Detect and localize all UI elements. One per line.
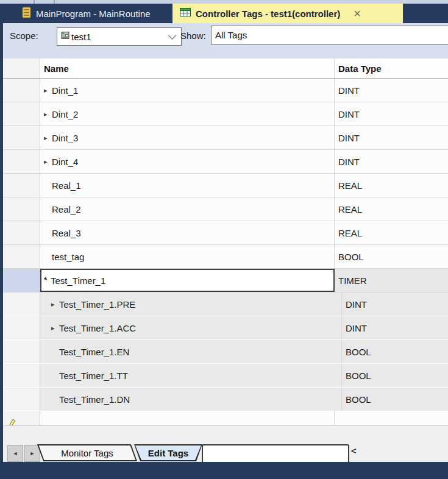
scope-label: Scope: xyxy=(10,30,38,41)
table-row[interactable]: ▸Dint_3DINT xyxy=(3,126,448,150)
table-row[interactable]: Real_1REAL xyxy=(3,174,448,197)
row-gutter[interactable] xyxy=(3,316,40,339)
name-cell[interactable]: test_tag xyxy=(40,245,335,268)
data-type-cell[interactable]: TIMER xyxy=(335,269,448,292)
table-row[interactable]: test_tagBOOL xyxy=(3,245,448,269)
tag-data-type: DINT xyxy=(346,323,367,333)
name-cell[interactable]: ▸Dint_3 xyxy=(40,126,335,149)
name-cell[interactable]: ▸Test_Timer_1 xyxy=(40,269,335,292)
row-gutter[interactable] xyxy=(3,150,40,173)
table-row[interactable]: ▸Dint_2DINT xyxy=(3,102,448,126)
header-gutter-cell xyxy=(3,59,40,78)
tag-name: Dint_4 xyxy=(52,157,78,167)
data-type-cell[interactable]: BOOL xyxy=(342,364,448,387)
name-cell[interactable]: ▸Test_Timer_1.ACC xyxy=(40,316,342,339)
table-row[interactable]: Test_Timer_1.ENBOOL xyxy=(3,340,448,364)
data-type-cell[interactable]: BOOL xyxy=(342,388,448,411)
data-type-cell[interactable]: REAL xyxy=(335,197,448,221)
name-cell[interactable]: Test_Timer_1.TT xyxy=(40,364,342,387)
tag-data-type: BOOL xyxy=(338,252,364,262)
row-gutter[interactable] xyxy=(3,340,40,363)
tab-controller-tags[interactable]: Controller Tags - test1(controller) × xyxy=(172,4,403,23)
tag-name: Real_3 xyxy=(52,228,81,238)
tag-data-type: BOOL xyxy=(346,347,371,357)
name-cell[interactable]: Real_3 xyxy=(40,221,335,244)
scope-value: test1 xyxy=(71,32,168,42)
row-gutter[interactable] xyxy=(3,245,40,268)
name-cell[interactable]: ▸Dint_1 xyxy=(40,79,335,102)
table-row[interactable]: Test_Timer_1.TTBOOL xyxy=(3,364,448,388)
data-type-cell[interactable]: DINT xyxy=(342,316,448,339)
expand-arrow-icon[interactable]: ▸ xyxy=(44,134,52,142)
controller-tags-window: MainProgram - MainRoutine Controller Tag… xyxy=(0,0,448,479)
row-gutter[interactable] xyxy=(3,102,40,126)
data-type-cell[interactable]: DINT xyxy=(335,126,448,149)
data-type-cell[interactable]: DINT xyxy=(335,102,448,126)
row-gutter[interactable] xyxy=(3,388,40,411)
table-row[interactable]: Real_3REAL xyxy=(3,221,448,245)
row-gutter[interactable] xyxy=(3,197,40,221)
tag-data-type: REAL xyxy=(338,204,362,215)
tag-name: Test_Timer_1.EN xyxy=(59,347,129,357)
expand-arrow-icon[interactable]: ▸ xyxy=(44,87,52,94)
tag-data-type: DINT xyxy=(338,157,360,167)
name-cell[interactable]: Test_Timer_1.EN xyxy=(40,340,342,363)
tab-label: Monitor Tags xyxy=(40,444,134,461)
tag-data-type: BOOL xyxy=(346,371,371,381)
row-gutter[interactable] xyxy=(3,221,40,244)
tag-data-type: REAL xyxy=(338,228,362,238)
row-gutter[interactable] xyxy=(3,269,40,292)
row-gutter[interactable] xyxy=(3,293,40,316)
table-row[interactable]: ▸Test_Timer_1.PREDINT xyxy=(3,293,448,316)
table-row[interactable]: Test_Timer_1.DNBOOL xyxy=(3,388,448,411)
expand-arrow-icon[interactable]: ▸ xyxy=(44,158,52,166)
column-header-name[interactable]: Name xyxy=(40,59,335,78)
name-cell[interactable]: ▸Dint_2 xyxy=(40,102,335,126)
data-type-cell[interactable]: REAL xyxy=(335,221,448,244)
tag-data-type: TIMER xyxy=(338,275,367,286)
tab-mainprogram-mainroutine[interactable]: MainProgram - MainRoutine xyxy=(15,4,158,23)
tag-data-type: DINT xyxy=(338,85,360,96)
data-type-cell[interactable]: DINT xyxy=(335,79,448,102)
row-gutter[interactable] xyxy=(3,364,40,387)
expand-arrow-icon[interactable]: ▸ xyxy=(51,300,59,308)
name-cell[interactable]: Real_1 xyxy=(40,174,335,197)
left-arrow-icon: ◄ xyxy=(13,450,18,456)
ladder-routine-icon xyxy=(22,7,31,21)
tab-label: MainProgram - MainRoutine xyxy=(36,9,151,19)
name-cell[interactable]: ▸Dint_4 xyxy=(40,150,335,173)
name-cell[interactable]: Real_2 xyxy=(40,197,335,221)
controller-icon xyxy=(61,31,69,42)
table-row[interactable]: ▸Dint_1DINT xyxy=(3,79,448,102)
tab-scroll-left-button[interactable]: ◄ xyxy=(7,445,23,462)
table-row[interactable]: ▸Test_Timer_1.ACCDINT xyxy=(3,316,448,340)
name-cell[interactable]: Test_Timer_1.DN xyxy=(40,388,342,411)
tag-name: Dint_2 xyxy=(52,109,78,119)
data-type-cell[interactable]: REAL xyxy=(335,174,448,197)
table-row[interactable]: ▸Test_Timer_1TIMER xyxy=(3,269,448,293)
data-type-cell[interactable]: DINT xyxy=(335,150,448,173)
row-gutter[interactable] xyxy=(3,126,40,149)
window-bottom-edge xyxy=(0,462,448,479)
tab-edit-tags[interactable]: Edit Tags xyxy=(134,444,202,461)
tab-strip-spacer xyxy=(202,444,349,464)
expand-arrow-icon[interactable]: ▸ xyxy=(44,110,52,118)
row-gutter[interactable] xyxy=(3,174,40,197)
name-cell[interactable]: ▸Test_Timer_1.PRE xyxy=(40,293,342,316)
data-type-cell[interactable]: DINT xyxy=(342,293,448,316)
scroll-left-arrow[interactable]: < xyxy=(351,445,357,456)
table-header-row: Name Data Type xyxy=(3,59,448,79)
tab-monitor-tags[interactable]: Monitor Tags xyxy=(37,444,137,461)
show-filter-field[interactable]: All Tags xyxy=(211,26,448,44)
tag-name: test_tag xyxy=(52,252,84,262)
data-type-cell[interactable]: BOOL xyxy=(335,245,448,268)
scope-dropdown[interactable]: test1 xyxy=(57,27,182,46)
table-row[interactable]: Real_2REAL xyxy=(3,197,448,221)
table-row[interactable]: ▸Dint_4DINT xyxy=(3,150,448,174)
expand-arrow-icon[interactable]: ▸ xyxy=(51,324,59,332)
data-type-cell[interactable]: BOOL xyxy=(342,340,448,363)
row-gutter[interactable] xyxy=(3,79,40,102)
show-label: Show: xyxy=(180,30,206,41)
column-header-data-type[interactable]: Data Type xyxy=(335,59,448,78)
close-icon[interactable]: × xyxy=(354,7,361,20)
